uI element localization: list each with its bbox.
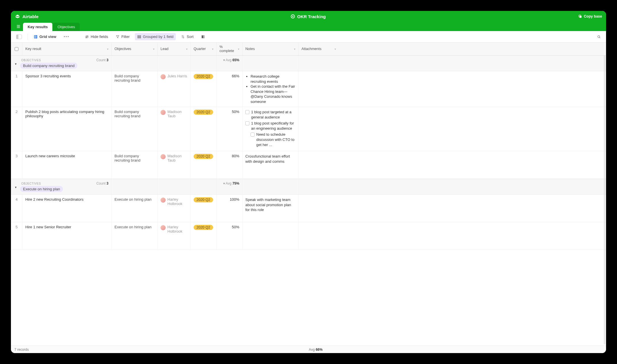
cell-notes[interactable]: Research college recruiting eventsGet in… — [242, 71, 299, 107]
hide-fields-button[interactable]: Hide fields — [83, 33, 110, 40]
cell-objectives[interactable]: Build company recruiting brand — [112, 107, 158, 151]
menu-icon — [16, 24, 21, 29]
cell-objectives[interactable]: Build company recruiting brand — [112, 71, 158, 107]
grid-content: Key result▾ Objectives▾ Lead▾ Quarter▾ %… — [11, 43, 606, 353]
column-header-percent[interactable]: % complete▾ — [217, 43, 242, 55]
cell-lead[interactable]: Jules Harris — [158, 71, 191, 107]
lead-name: Harley Holbrook — [167, 197, 188, 206]
cell-percent[interactable]: 66% — [217, 71, 242, 107]
search-icon — [597, 35, 601, 39]
select-all-checkbox[interactable] — [11, 43, 22, 55]
column-label: Quarter — [194, 47, 206, 51]
column-header-lead[interactable]: Lead▾ — [158, 43, 191, 55]
cell-percent[interactable]: 50% — [217, 222, 242, 250]
chevron-down-icon: ▾ — [107, 47, 108, 51]
search-button[interactable] — [595, 33, 603, 40]
menu-button[interactable] — [14, 22, 23, 31]
color-button[interactable] — [199, 33, 207, 40]
cell-attachments[interactable] — [299, 71, 339, 107]
group-header[interactable]: ▾ OBJECTIVES Count 3 Execute on hiring p… — [11, 179, 606, 195]
cell-attachments[interactable] — [299, 151, 339, 179]
copy-base-button[interactable]: Copy base — [578, 14, 602, 18]
sidebar-toggle-button[interactable] — [14, 33, 24, 41]
tab-objectives[interactable]: Objectives — [53, 23, 80, 31]
table-row[interactable]: 4 Hire 2 new Recruiting Coordinators Exe… — [11, 195, 606, 222]
cell-key-result[interactable]: Launch new careers microsite — [22, 151, 112, 179]
table-row[interactable]: 1 Sponsor 3 recruiting events Build comp… — [11, 71, 606, 107]
group-icon — [137, 35, 141, 39]
cell-key-result[interactable]: Hire 2 new Recruiting Coordinators — [22, 195, 112, 222]
cell-notes[interactable]: Crossfunctional team effort with design … — [242, 151, 299, 179]
cell-quarter[interactable]: 2020 Q2 — [191, 222, 217, 250]
note-checkbox-item[interactable]: Need to schedule discussion with CTO to … — [245, 132, 295, 147]
grid-body[interactable]: ▾ OBJECTIVES Count 3 Build company recru… — [11, 55, 606, 346]
group-button[interactable]: Grouped by 1 field — [135, 33, 176, 40]
dots-icon: ••• — [64, 35, 70, 39]
collapse-icon[interactable]: ▾ — [15, 185, 17, 189]
column-header-objectives[interactable]: Objectives▾ — [112, 43, 158, 55]
cell-attachments[interactable] — [299, 195, 339, 222]
cell-notes[interactable] — [242, 222, 299, 250]
top-bar: Airtable OKR Tracking Copy base — [11, 11, 606, 22]
group-avg: ▾ Avg 75% — [217, 179, 242, 194]
row-index: 2 — [11, 107, 22, 151]
quarter-pill: 2020 Q2 — [194, 110, 213, 115]
cell-quarter[interactable]: 2020 Q2 — [191, 107, 217, 151]
avatar — [161, 198, 166, 203]
column-header-key-result[interactable]: Key result▾ — [22, 43, 112, 55]
note-text: Speak with marketing team about social p… — [245, 197, 295, 212]
cell-objectives[interactable]: Execute on hiring plan — [112, 222, 158, 250]
group-header[interactable]: ▾ OBJECTIVES Count 3 Build company recru… — [11, 55, 606, 71]
column-header-attachments[interactable]: Attachments▾ — [299, 43, 339, 55]
column-header-notes[interactable]: Notes▾ — [242, 43, 299, 55]
cell-lead[interactable]: Madison Taub — [158, 107, 191, 151]
note-checkbox-item[interactable]: 1 blog post targeted at a general audien… — [245, 110, 295, 120]
cell-lead[interactable]: Harley Holbrook — [158, 222, 191, 250]
quarter-pill: 2020 Q2 — [194, 197, 213, 202]
note-item: Get in contact with the Fair Chance Hiri… — [251, 84, 295, 104]
scrollbar[interactable] — [604, 55, 605, 344]
separator — [28, 34, 28, 40]
base-title[interactable]: OKR Tracking — [39, 14, 578, 19]
collapse-icon[interactable]: ▾ — [15, 62, 17, 66]
table-row[interactable]: 2 Publish 2 blog posts articulating comp… — [11, 107, 606, 151]
view-options-button[interactable]: ••• — [62, 33, 72, 40]
group-count: Count 3 — [96, 58, 108, 62]
cell-quarter[interactable]: 2020 Q2 — [191, 195, 217, 222]
cell-notes[interactable]: Speak with marketing team about social p… — [242, 195, 299, 222]
cell-percent[interactable]: 100% — [217, 195, 242, 222]
view-picker[interactable]: Grid view — [31, 33, 59, 40]
sort-button[interactable]: Sort — [179, 33, 196, 40]
cell-key-result[interactable]: Publish 2 blog posts articulating compan… — [22, 107, 112, 151]
cell-key-result[interactable]: Sponsor 3 recruiting events — [22, 71, 112, 107]
cell-attachments[interactable] — [299, 222, 339, 250]
cell-percent[interactable]: 80% — [217, 151, 242, 179]
column-header-row: Key result▾ Objectives▾ Lead▾ Quarter▾ %… — [11, 43, 606, 55]
view-label: Grid view — [39, 35, 56, 39]
footer-avg: Avg 66% — [309, 348, 323, 352]
cell-lead[interactable]: Madison Taub — [158, 151, 191, 179]
cell-lead[interactable]: Harley Holbrook — [158, 195, 191, 222]
quarter-pill: 2020 Q2 — [194, 74, 213, 79]
chevron-down-icon: ▾ — [335, 47, 336, 51]
group-count: Count 3 — [96, 181, 108, 185]
eye-off-icon — [85, 35, 89, 39]
brand[interactable]: Airtable — [15, 14, 39, 19]
table-row[interactable]: 3 Launch new careers microsite Build com… — [11, 151, 606, 179]
filter-button[interactable]: Filter — [113, 33, 132, 40]
cell-notes[interactable]: 1 blog post targeted at a general audien… — [242, 107, 299, 151]
tab-key-results[interactable]: Key results — [23, 23, 52, 31]
cell-quarter[interactable]: 2020 Q2 — [191, 71, 217, 107]
column-label: % complete — [219, 45, 238, 53]
note-checkbox-item[interactable]: 1 blog post specifically for an engineer… — [245, 121, 295, 131]
table-row[interactable]: 5 Hire 1 new Senior Recruiter Execute on… — [11, 222, 606, 250]
svg-rect-7 — [202, 35, 203, 38]
avatar — [161, 74, 166, 79]
cell-key-result[interactable]: Hire 1 new Senior Recruiter — [22, 222, 112, 250]
cell-percent[interactable]: 50% — [217, 107, 242, 151]
cell-objectives[interactable]: Build company recruiting brand — [112, 151, 158, 179]
cell-objectives[interactable]: Execute on hiring plan — [112, 195, 158, 222]
column-header-quarter[interactable]: Quarter▾ — [191, 43, 217, 55]
cell-attachments[interactable] — [299, 107, 339, 151]
cell-quarter[interactable]: 2020 Q2 — [191, 151, 217, 179]
